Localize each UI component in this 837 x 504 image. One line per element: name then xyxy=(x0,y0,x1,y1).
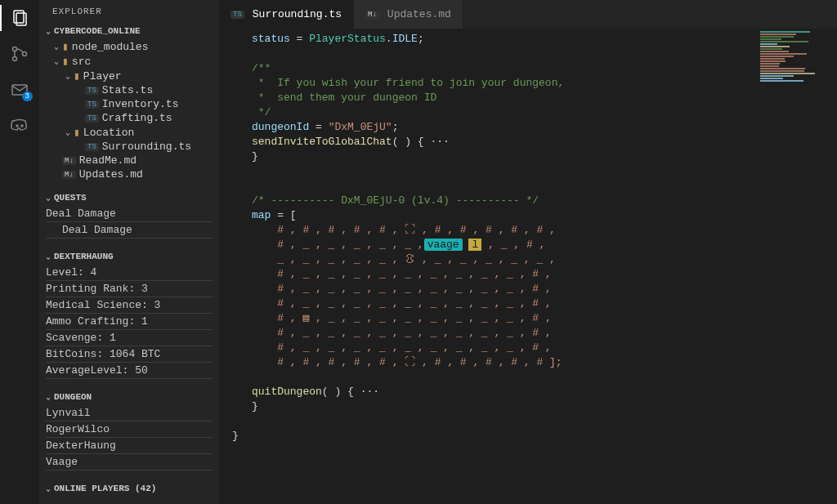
map-row: _ , _ , _ , _ , _ , ⛻ , _ , _ , _ , _ , … xyxy=(252,253,556,265)
file-tree: ⌄▮node_modules ⌄▮src ⌄▮Player TSStats.ts… xyxy=(39,38,219,188)
discord-icon[interactable] xyxy=(10,116,29,136)
party-member[interactable]: DexterHaung xyxy=(46,438,213,454)
section-dungeon: ⌄DUNGEON Lynvail RogerWilco DexterHaung … xyxy=(39,389,219,480)
stat-medical[interactable]: Medical Science: 3 xyxy=(46,297,213,314)
tab-label: Updates.md xyxy=(387,8,451,20)
file-stats[interactable]: TSStats.ts xyxy=(39,83,219,97)
folder-icon: ▮ xyxy=(62,55,69,68)
svg-point-3 xyxy=(13,57,17,61)
file-updates[interactable]: M↓Updates.md xyxy=(39,167,219,181)
folder-player[interactable]: ⌄▮Player xyxy=(39,69,219,83)
folder-icon: ▮ xyxy=(74,69,80,83)
stat-printing[interactable]: Printing Rank: 3 xyxy=(46,281,213,297)
file-surrounding[interactable]: TSSurrounding.ts xyxy=(39,140,219,154)
stat-scavenge[interactable]: Scavenge: 1 xyxy=(46,330,213,346)
ts-badge-icon: TS xyxy=(85,87,99,95)
chevron-down-icon: ⌄ xyxy=(62,71,74,81)
minimap[interactable] xyxy=(760,31,834,145)
folder-node-modules[interactable]: ⌄▮node_modules xyxy=(39,39,219,54)
code-token: map xyxy=(252,209,271,221)
ts-badge-icon: TS xyxy=(231,11,244,19)
svg-point-6 xyxy=(16,125,18,127)
svg-point-7 xyxy=(21,125,23,127)
chevron-down-icon: ⌄ xyxy=(43,26,54,36)
file-readme[interactable]: M↓ReadMe.md xyxy=(39,154,219,167)
folder-label: node_modules xyxy=(72,41,149,53)
code-token: PlayerStatus xyxy=(309,33,386,45)
section-player: ⌄DEXTERHAUNG Level: 4 Printing Rank: 3 M… xyxy=(39,248,219,389)
stat-level[interactable]: Level: 4 xyxy=(46,265,213,281)
activity-bar: 3 xyxy=(0,0,39,504)
party-member[interactable]: Vaage xyxy=(46,454,213,471)
tab-updates[interactable]: M↓Updates.md xyxy=(354,0,463,29)
code-token: status xyxy=(252,33,290,45)
mail-badge: 3 xyxy=(22,91,33,101)
section-label: QUESTS xyxy=(54,193,87,203)
project-name: CYBERCODE_ONLINE xyxy=(54,26,141,36)
map-row: # , _ , _ , _ , _ , _ , _ , _ , _ , _ , … xyxy=(252,327,552,339)
online-header[interactable]: ⌄ONLINE PLAYERS (42) xyxy=(39,482,219,495)
source-control-icon[interactable] xyxy=(10,44,29,64)
stat-avglevel[interactable]: AverageLevel: 50 xyxy=(46,363,213,379)
code-comment: /* ---------- DxM_0EjU-0 (lv.4) --------… xyxy=(252,194,539,207)
code-token: . xyxy=(386,33,392,45)
file-label: Updates.md xyxy=(79,168,143,181)
code-comment: */ xyxy=(252,106,271,118)
file-label: Inventory.ts xyxy=(102,98,179,110)
player-header[interactable]: ⌄DEXTERHAUNG xyxy=(39,250,219,263)
code-token: = xyxy=(290,33,309,45)
tab-surrounding[interactable]: TSSurrounding.ts xyxy=(219,0,354,29)
mail-icon[interactable]: 3 xyxy=(10,80,29,100)
quests-header[interactable]: ⌄QUESTS xyxy=(39,191,219,204)
file-label: Stats.ts xyxy=(102,84,153,96)
code-token: dungeonId xyxy=(252,121,309,133)
player-cursor: l xyxy=(468,239,481,251)
md-badge-icon: M↓ xyxy=(62,171,76,179)
ts-badge-icon: TS xyxy=(85,143,99,151)
code-token: ( ) { ··· xyxy=(322,386,379,398)
stat-ammo[interactable]: Ammo Crafting: 1 xyxy=(46,314,213,330)
map-row: # , _ , _ , _ , _ , _ , _ , _ , _ , _ , … xyxy=(252,297,552,310)
folder-label: Player xyxy=(83,70,122,83)
chevron-down-icon: ⌄ xyxy=(43,484,54,493)
stat-bitcoins[interactable]: BitCoins: 1064 BTC xyxy=(46,346,213,363)
map-row: # , ▤ , _ , _ , _ , _ , _ , _ , _ , _ , … xyxy=(252,312,552,324)
code-token: = [ xyxy=(271,209,296,221)
code-token: sendInviteToGlobalChat xyxy=(252,136,392,148)
code-token: } xyxy=(252,150,258,163)
code-token: ( ) { ··· xyxy=(392,136,450,148)
map-row: # , # , # , # , # , ⛶ , # , # , # , # , … xyxy=(252,224,556,236)
folder-label: src xyxy=(72,56,91,68)
file-inventory[interactable]: TSInventory.ts xyxy=(39,97,219,111)
quest-sub[interactable]: Deal Damage xyxy=(46,222,213,239)
code-token: IDLE xyxy=(392,33,418,45)
file-label: Surrounding.ts xyxy=(102,140,191,153)
section-quests: ⌄QUESTS Deal Damage Deal Damage xyxy=(39,190,219,248)
folder-label: Location xyxy=(83,127,134,139)
code-editor[interactable]: status = PlayerStatus.IDLE; /** * If you… xyxy=(219,29,837,504)
code-token: } xyxy=(252,400,258,413)
section-online: ⌄ONLINE PLAYERS (42) xyxy=(39,480,219,497)
code-token: = xyxy=(309,121,328,133)
chevron-down-icon: ⌄ xyxy=(43,252,54,261)
map-row: # , _ , _ , _ , _ , _ , xyxy=(252,239,424,251)
dungeon-header[interactable]: ⌄DUNGEON xyxy=(39,390,219,404)
code-comment: /** xyxy=(252,62,271,74)
section-label: DUNGEON xyxy=(54,392,92,402)
project-header[interactable]: ⌄CYBERCODE_ONLINE xyxy=(39,25,219,38)
editor-tabs: TSSurrounding.ts M↓Updates.md xyxy=(219,0,837,29)
code-token: ; xyxy=(418,33,424,45)
map-row: # , _ , _ , _ , _ , _ , _ , _ , _ , _ , … xyxy=(252,283,552,295)
map-row: # , _ , _ , _ , _ , _ , _ , _ , _ , _ , … xyxy=(252,268,552,280)
quest-main[interactable]: Deal Damage xyxy=(46,206,213,222)
folder-location[interactable]: ⌄▮Location xyxy=(39,125,219,140)
section-label: ONLINE PLAYERS (42) xyxy=(54,484,156,493)
party-member[interactable]: RogerWilco xyxy=(46,421,213,438)
party-member[interactable]: Lynvail xyxy=(46,405,213,421)
files-icon[interactable] xyxy=(10,8,29,28)
file-crafting[interactable]: TSCrafting.ts xyxy=(39,111,219,125)
folder-src[interactable]: ⌄▮src xyxy=(39,54,219,69)
map-row: # , _ , _ , _ , _ , _ , _ , _ , _ , _ , … xyxy=(252,341,552,354)
chevron-down-icon: ⌄ xyxy=(51,56,62,66)
code-token: ; xyxy=(392,121,399,133)
